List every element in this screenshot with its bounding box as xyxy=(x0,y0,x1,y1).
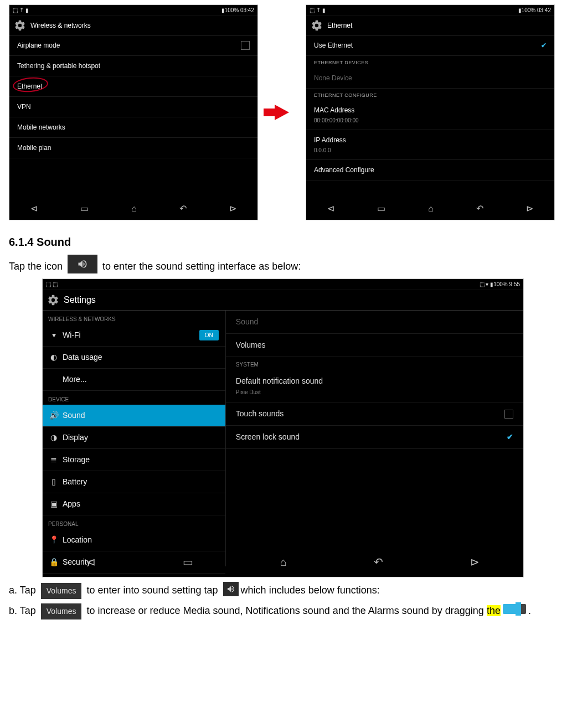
item-airplane-mode[interactable]: Airplane mode xyxy=(9,35,257,56)
item-mobile-plan[interactable]: Mobile plan xyxy=(9,138,257,158)
side-item-label: More... xyxy=(63,374,87,385)
paragraph-3: b. Tap Volumes to increase or reduce Med… xyxy=(9,603,563,619)
storage-icon: ≣ xyxy=(49,454,58,466)
apps-icon: ▣ xyxy=(49,498,58,510)
item-sub: 0.0.0.0 xyxy=(314,146,346,154)
item-label: Tethering & portable hotspot xyxy=(17,61,100,71)
nav-home-icon[interactable]: ⌂ xyxy=(280,554,287,570)
nav-back-icon[interactable]: ↶ xyxy=(179,202,187,215)
data-icon: ◐ xyxy=(49,352,58,363)
side-item-apps[interactable]: ▣ Apps xyxy=(43,493,225,515)
main-item-label: Default notification sound xyxy=(236,376,323,385)
status-left: ⬚ ⤒ ▮ xyxy=(310,6,326,14)
item-label: VPN xyxy=(17,102,31,112)
screen-title: Settings xyxy=(64,293,96,307)
status-right: ⬚ ▾ ▮100% 9:55 xyxy=(480,280,520,288)
side-item-label: Display xyxy=(63,432,88,443)
wifi-icon: ▾ xyxy=(49,329,58,341)
main-item-label: Volumes xyxy=(236,339,266,351)
settings-sidebar: WIRELESS & NETWORKS ▾ Wi-Fi ON ◐ Data us… xyxy=(43,311,226,566)
item-use-ethernet[interactable]: Use Ethernet ✔ xyxy=(306,35,554,56)
item-label: Mobile plan xyxy=(17,143,51,153)
main-item-volumes[interactable]: Volumes xyxy=(226,334,523,357)
item-label: IP Address xyxy=(314,136,346,144)
side-item-sound[interactable]: 🔊 Sound xyxy=(43,405,225,427)
side-item-label: Battery xyxy=(63,476,87,488)
side-section-personal: PERSONAL xyxy=(43,515,225,529)
item-label: Mobile networks xyxy=(17,122,65,132)
side-item-label: Storage xyxy=(63,454,90,466)
side-item-storage[interactable]: ≣ Storage xyxy=(43,449,225,471)
side-item-label: Apps xyxy=(63,498,80,510)
nav-vol-up-icon[interactable]: ⊳ xyxy=(229,202,236,215)
sound-icon xyxy=(223,582,239,596)
item-label: Advanced Configure xyxy=(314,165,374,175)
nav-vol-down-icon[interactable]: ⊲ xyxy=(327,202,334,215)
highlighted-text: the xyxy=(487,605,501,616)
main-header: Sound xyxy=(226,311,523,334)
main-section-system: SYSTEM xyxy=(226,357,523,370)
wifi-toggle[interactable]: ON xyxy=(199,330,219,340)
gear-icon xyxy=(14,19,26,32)
item-mobile-networks[interactable]: Mobile networks xyxy=(9,117,257,138)
gear-icon xyxy=(47,294,59,306)
checkbox-empty-icon[interactable] xyxy=(241,41,250,50)
item-vpn[interactable]: VPN xyxy=(9,97,257,117)
nav-home-icon[interactable]: ⌂ xyxy=(428,202,434,215)
status-right: ▮100% 03:42 xyxy=(518,6,551,14)
item-label: Use Ethernet xyxy=(314,40,353,50)
status-bar: ⬚ ⬚ ⬚ ▾ ▮100% 9:55 xyxy=(43,279,523,290)
screenshot-settings-sound: ⬚ ⬚ ⬚ ▾ ▮100% 9:55 Settings WIRELESS & N… xyxy=(42,278,524,577)
item-ethernet[interactable]: Ethernet xyxy=(9,76,257,97)
side-section-wireless: WIRELESS & NETWORKS xyxy=(43,311,225,324)
item-mac-address[interactable]: MAC Address 00:00:00:00:00:00 xyxy=(306,100,554,130)
item-advanced-configure[interactable]: Advanced Configure xyxy=(306,160,554,180)
check-icon: ✔ xyxy=(541,40,547,50)
nav-recent-icon[interactable]: ▭ xyxy=(80,202,89,215)
volumes-chip: Volumes xyxy=(41,583,82,599)
status-left: ⬚ ⬚ xyxy=(46,280,58,288)
main-item-screen-lock-sound[interactable]: Screen lock sound ✔ xyxy=(226,426,523,449)
main-item-notification-sound[interactable]: Default notification sound Pixie Dust xyxy=(226,370,523,402)
nav-vol-up-icon[interactable]: ⊳ xyxy=(470,554,480,570)
side-item-battery[interactable]: ▯ Battery xyxy=(43,471,225,493)
status-right: ▮100% 03:42 xyxy=(221,6,254,14)
nav-recent-icon[interactable]: ▭ xyxy=(377,202,385,215)
main-item-label: Screen lock sound xyxy=(236,431,300,443)
nav-recent-icon[interactable]: ▭ xyxy=(183,554,193,570)
nav-home-icon[interactable]: ⌂ xyxy=(131,202,137,215)
main-item-touch-sounds[interactable]: Touch sounds xyxy=(226,402,523,426)
item-label: MAC Address xyxy=(314,106,354,114)
check-icon: ✔ xyxy=(507,431,513,443)
side-item-data-usage[interactable]: ◐ Data usage xyxy=(43,347,225,369)
checkbox-empty-icon[interactable] xyxy=(504,410,513,419)
side-item-wifi[interactable]: ▾ Wi-Fi ON xyxy=(43,324,225,347)
side-item-label: Location xyxy=(63,534,92,546)
side-item-more[interactable]: More... xyxy=(43,369,225,391)
main-item-label: Touch sounds xyxy=(236,408,284,420)
item-tethering[interactable]: Tethering & portable hotspot xyxy=(9,56,257,76)
nav-vol-down-icon[interactable]: ⊲ xyxy=(86,554,96,570)
status-left: ⬚ ⤒ ▮ xyxy=(13,6,29,14)
nav-back-icon[interactable]: ↶ xyxy=(476,202,483,215)
paragraph-2: a. Tap Volumes to enter into sound setti… xyxy=(9,582,563,599)
sound-icon: 🔊 xyxy=(49,410,58,421)
nav-bar: ⊲ ▭ ⌂ ↶ ⊳ xyxy=(9,198,257,220)
screen-title: Ethernet xyxy=(327,20,352,30)
section-ethernet-configure: ETHERNET CONFIGURE xyxy=(306,89,554,101)
nav-vol-down-icon[interactable]: ⊲ xyxy=(30,202,38,215)
item-label: None Device xyxy=(314,73,352,83)
status-bar: ⬚ ⤒ ▮ ▮100% 03:42 xyxy=(9,5,257,16)
gear-icon xyxy=(311,19,323,32)
item-label: Ethernet xyxy=(17,81,42,91)
nav-vol-up-icon[interactable]: ⊳ xyxy=(526,202,533,215)
section-heading: 6.1.4 Sound xyxy=(9,234,563,250)
nav-back-icon[interactable]: ↶ xyxy=(374,554,383,570)
item-ip-address[interactable]: IP Address 0.0.0.0 xyxy=(306,130,554,160)
sound-icon xyxy=(68,255,97,273)
screen-title: Wireless & networks xyxy=(30,20,91,30)
side-item-display[interactable]: ◑ Display xyxy=(43,427,225,449)
side-item-label: Data usage xyxy=(63,352,102,363)
item-label: Airplane mode xyxy=(17,40,60,50)
nav-bar: ⊲ ▭ ⌂ ↶ ⊳ xyxy=(306,198,554,220)
